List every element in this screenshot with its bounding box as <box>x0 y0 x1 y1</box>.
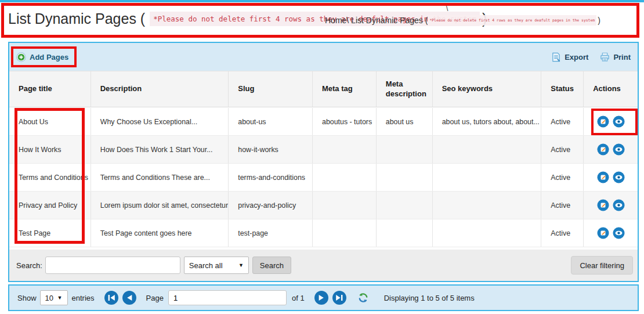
entries-select-value: 10 <box>45 294 53 302</box>
cell-actions <box>584 136 638 163</box>
view-eye-icon[interactable] <box>613 143 625 156</box>
cell-meta-tag <box>313 136 377 163</box>
column-header-meta-description[interactable]: Meta description <box>377 71 433 107</box>
cell-seo-keywords <box>433 219 542 247</box>
view-eye-icon[interactable] <box>613 116 625 128</box>
tooltip-warning: *Please do not delete first 4 rows as th… <box>428 15 596 26</box>
table-body: About Us Why Choose Us Exceptional... ab… <box>9 108 638 247</box>
add-pages-label: Add Pages <box>30 53 68 62</box>
page-title-text: List Dynamic Pages ( <box>8 10 145 27</box>
chevron-down-icon: ▼ <box>57 295 63 301</box>
search-button[interactable]: Search <box>252 257 291 274</box>
list-dynamic-pages-screen: List Dynamic Pages ( *Please do not dele… <box>0 0 644 314</box>
cell-page-title: Test Page <box>9 219 91 247</box>
tooltip-caret: \ <box>446 5 448 13</box>
export-document-icon <box>551 52 561 62</box>
cell-status: Active <box>541 192 584 219</box>
page-number-input[interactable] <box>168 290 287 305</box>
printer-icon <box>600 52 610 62</box>
last-page-icon[interactable] <box>332 290 347 305</box>
add-plus-icon <box>16 52 26 62</box>
view-eye-icon[interactable] <box>613 227 625 239</box>
column-header-status[interactable]: Status <box>541 71 584 107</box>
column-header-seo-keywords[interactable]: Seo keywords <box>433 71 542 107</box>
cell-description: Why Choose Us Exceptional... <box>91 108 229 135</box>
table-row: Privacy and Policy Lorem ipsum dolor sit… <box>9 192 638 219</box>
cell-meta-tag <box>313 192 377 219</box>
cell-meta-tag: aboutus - tutors <box>313 108 377 135</box>
cell-meta-description <box>377 164 433 191</box>
edit-icon[interactable] <box>597 171 609 183</box>
table-row: Test Page Test Page content goes here te… <box>9 219 638 247</box>
cell-page-title: Terms and Conditions <box>9 164 91 191</box>
view-eye-icon[interactable] <box>613 171 625 183</box>
cell-page-title: About Us <box>9 108 91 135</box>
cell-description: Lorem ipsum dolor sit amet, consectetur.… <box>91 192 229 219</box>
refresh-icon[interactable] <box>357 292 369 304</box>
print-button[interactable]: Print <box>600 52 631 62</box>
next-page-icon[interactable] <box>314 290 329 305</box>
edit-icon[interactable] <box>597 143 609 156</box>
show-label: Show <box>17 294 37 302</box>
cell-slug: how-it-works <box>229 136 313 163</box>
entries-label: entries <box>72 294 95 302</box>
edit-icon[interactable] <box>597 227 609 239</box>
export-button[interactable]: Export <box>551 52 588 62</box>
cell-status: Active <box>541 164 584 191</box>
cell-actions <box>584 219 638 247</box>
cell-seo-keywords: about us, tutors about, about... <box>433 108 542 135</box>
cell-actions <box>584 108 638 135</box>
chevron-down-icon: ▼ <box>238 262 244 268</box>
entries-select[interactable]: 10 ▼ <box>40 290 68 305</box>
search-bar: Search: Search all ▼ Search Clear filter… <box>9 250 638 281</box>
view-eye-icon[interactable] <box>613 199 625 211</box>
cell-description: Test Page content goes here <box>91 219 229 247</box>
previous-page-icon[interactable] <box>122 290 137 305</box>
cell-description: How Does This Work 1 Start Your... <box>91 136 229 163</box>
cell-meta-description <box>377 192 433 219</box>
export-label: Export <box>565 53 588 62</box>
cell-status: Active <box>541 136 584 163</box>
pages-panel: Add Pages Export Print Page tit <box>8 42 639 282</box>
cell-status: Active <box>541 108 584 135</box>
displaying-status: Displaying 1 to 5 of 5 items <box>384 294 475 302</box>
column-header-description[interactable]: Description <box>91 71 229 107</box>
cell-slug: about-us <box>229 108 313 135</box>
cell-status: Active <box>541 219 584 247</box>
pagination-bar: Show 10 ▼ entries Page of 1 Displaying 1… <box>8 284 639 311</box>
search-field-select-value: Search all <box>189 261 223 270</box>
cell-slug: privacy-and-policy <box>229 192 313 219</box>
cell-meta-description <box>377 219 433 247</box>
edit-icon[interactable] <box>597 116 609 128</box>
top-accent-strip <box>0 0 644 2</box>
pagination-forward-controls <box>314 290 347 305</box>
cell-meta-description <box>377 136 433 163</box>
page-label: Page <box>146 294 164 302</box>
clear-filtering-button[interactable]: Clear filtering <box>571 256 633 275</box>
cell-actions <box>584 192 638 219</box>
cell-slug: terms-and-conditions <box>229 164 313 191</box>
cell-seo-keywords <box>433 164 542 191</box>
search-input[interactable] <box>45 257 180 274</box>
column-header-meta-tag[interactable]: Meta tag <box>313 71 377 107</box>
cell-meta-description: about us <box>377 108 433 135</box>
add-pages-button[interactable]: Add Pages <box>16 52 68 62</box>
table-header: Page title Description Slug Meta tag Met… <box>9 71 638 107</box>
table-row: Terms and Conditions Terms and Condition… <box>9 164 638 192</box>
cell-slug: test-page <box>229 219 313 247</box>
column-header-actions: Actions <box>584 71 638 107</box>
column-header-slug[interactable]: Slug <box>229 71 313 107</box>
of-total-label: of 1 <box>292 294 305 302</box>
first-page-icon[interactable] <box>104 290 119 305</box>
tooltip-close-paren: ) <box>598 16 600 25</box>
table-row: About Us Why Choose Us Exceptional... ab… <box>9 108 638 136</box>
edit-icon[interactable] <box>597 199 609 211</box>
cell-meta-tag <box>313 164 377 191</box>
cell-meta-tag <box>313 219 377 247</box>
cell-actions <box>584 164 638 191</box>
search-field-select[interactable]: Search all ▼ <box>184 257 249 274</box>
print-label: Print <box>613 53 631 62</box>
panel-toolbar: Add Pages Export Print <box>9 43 638 71</box>
column-header-page-title[interactable]: Page title <box>9 71 91 107</box>
cell-seo-keywords <box>433 192 542 219</box>
